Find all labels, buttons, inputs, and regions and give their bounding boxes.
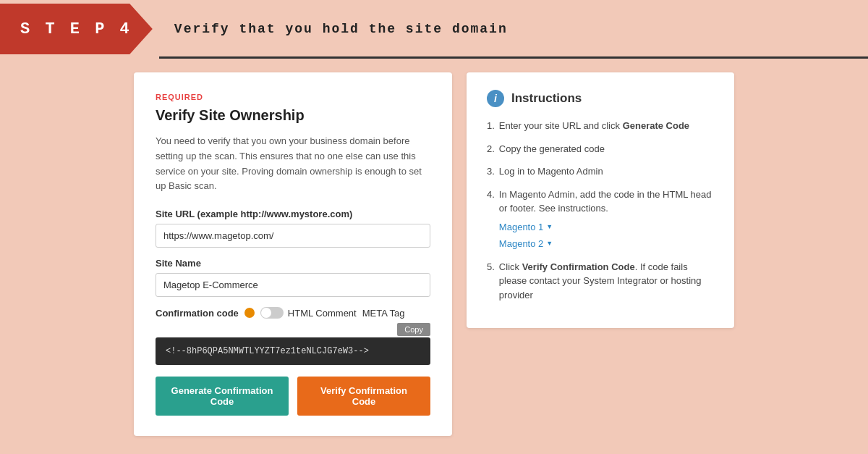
- step-title: Verify that you hold the site domain: [174, 22, 508, 36]
- generate-confirmation-code-button[interactable]: Generate Confirmation Code: [156, 377, 289, 416]
- action-buttons: Generate Confirmation Code Verify Confir…: [156, 377, 430, 416]
- step-5-bold: Verify Confirmation Code: [522, 261, 635, 272]
- step-4-content: In Magento Admin, add the code in the HT…: [499, 188, 714, 251]
- page-header: S T E P 4 Verify that you hold the site …: [0, 0, 868, 58]
- code-display: <!--8hP6QPA5NMWTLYYZT7ez1teNLCJG7eW3-->: [156, 337, 430, 365]
- main-content: REQUIRED Verify Site Ownership You need …: [0, 58, 868, 450]
- info-icon: i: [487, 90, 504, 107]
- site-url-input[interactable]: [156, 224, 430, 248]
- right-card: i Instructions Enter your site URL and c…: [467, 72, 734, 328]
- html-comment-label: HTML Comment: [288, 308, 357, 319]
- copy-btn-row: Copy: [156, 323, 430, 336]
- required-label: REQUIRED: [156, 93, 430, 101]
- magento-2-link[interactable]: Magento 2: [499, 237, 714, 251]
- instruction-step-3: Log in to Magento Admin: [487, 164, 714, 179]
- instructions-list: Enter your site URL and click Generate C…: [487, 119, 714, 302]
- card-description: You need to verify that you own your bus…: [156, 134, 430, 194]
- instruction-step-5: Click Verify Confirmation Code. If code …: [487, 260, 714, 303]
- magento-1-link[interactable]: Magento 1: [499, 220, 714, 235]
- header-underline: [159, 56, 868, 59]
- confirmation-code-row: Confirmation code HTML Comment META Tag: [156, 307, 430, 319]
- instruction-step-4: In Magento Admin, add the code in the HT…: [487, 188, 714, 251]
- magento-links: Magento 1 Magento 2: [499, 220, 714, 251]
- orange-dot-icon: [244, 308, 255, 318]
- instruction-step-1: Enter your site URL and click Generate C…: [487, 119, 714, 133]
- copy-button[interactable]: Copy: [397, 323, 430, 336]
- html-comment-toggle[interactable]: [260, 307, 284, 319]
- step-badge: S T E P 4: [0, 4, 153, 54]
- step-5-content: Click Verify Confirmation Code. If code …: [499, 260, 714, 303]
- instructions-header: i Instructions: [487, 90, 714, 107]
- instruction-step-2: Copy the generated code: [487, 142, 714, 156]
- site-name-label: Site Name: [156, 258, 430, 269]
- instructions-title: Instructions: [511, 91, 582, 106]
- confirmation-code-label: Confirmation code: [156, 308, 239, 319]
- verify-confirmation-code-button[interactable]: Verify Confirmation Code: [297, 377, 430, 416]
- site-name-input[interactable]: [156, 273, 430, 297]
- card-title: Verify Site Ownership: [156, 107, 430, 124]
- step-2-content: Copy the generated code: [499, 142, 714, 156]
- step-3-content: Log in to Magento Admin: [499, 164, 714, 179]
- meta-tag-label: META Tag: [362, 308, 405, 319]
- html-comment-toggle-group: HTML Comment: [260, 307, 357, 319]
- step-1-bold: Generate Code: [623, 120, 689, 131]
- left-card: REQUIRED Verify Site Ownership You need …: [134, 72, 452, 436]
- site-url-label: Site URL (example http://www.mystore.com…: [156, 209, 430, 219]
- step-1-content: Enter your site URL and click Generate C…: [499, 119, 714, 133]
